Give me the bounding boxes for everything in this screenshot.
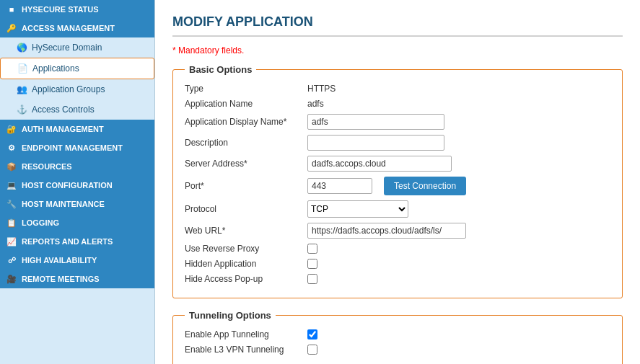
sidebar-item-hysecure-status[interactable]: ■ HYSECURE STATUS	[0, 0, 154, 19]
app-name-label: Application Name	[185, 99, 307, 109]
tunneling-options-fieldset: Tunneling Options Enable App Tunneling E…	[172, 310, 623, 364]
app-name-value: adfs	[307, 99, 324, 109]
sidebar-item-endpoint-management[interactable]: ⚙ ENDPOINT MANAGEMENT	[0, 138, 154, 157]
enable-app-tunneling-row: Enable App Tunneling	[185, 329, 610, 339]
hide-access-popup-label: Hide Access Pop-up	[185, 274, 307, 284]
port-row: Port* Test Connection	[185, 177, 610, 195]
app-name-row: Application Name adfs	[185, 99, 610, 109]
resources-icon: 📦	[6, 161, 17, 172]
sidebar-item-access-controls[interactable]: ⚓ Access Controls	[0, 99, 154, 120]
server-address-input[interactable]	[307, 156, 452, 172]
web-url-row: Web URL*	[185, 223, 610, 239]
enable-app-tunneling-checkbox[interactable]	[307, 329, 317, 339]
enable-l3-vpn-label: Enable L3 VPN Tunneling	[185, 345, 307, 355]
chart-icon: 📈	[6, 236, 17, 247]
sidebar: ■ HYSECURE STATUS 🔑 ACCESS MANAGEMENT 🌎 …	[0, 0, 155, 364]
sidebar-item-resources[interactable]: 📦 RESOURCES	[0, 157, 154, 176]
tunneling-options-legend: Tunneling Options	[185, 310, 276, 321]
description-label: Description	[185, 138, 307, 148]
anchor-icon: ⚓	[16, 104, 27, 115]
sidebar-item-logging[interactable]: 📋 LOGGING	[0, 213, 154, 232]
main-content: MODIFY APPLICATION * Mandatory fields. B…	[155, 0, 640, 364]
enable-app-tunneling-label: Enable App Tunneling	[185, 329, 307, 339]
sidebar-item-applications[interactable]: 📄 Applications	[0, 58, 154, 79]
port-label: Port*	[185, 181, 307, 191]
logging-icon: 📋	[6, 217, 17, 228]
hide-access-popup-row: Hide Access Pop-up	[185, 274, 610, 284]
port-input[interactable]	[307, 178, 372, 194]
enable-l3-vpn-checkbox[interactable]	[307, 345, 317, 355]
shield-icon: ■	[6, 4, 17, 15]
web-url-label: Web URL*	[185, 226, 307, 236]
server-address-label: Server Address*	[185, 159, 307, 169]
type-label: Type	[185, 84, 307, 94]
sidebar-item-remote-meetings[interactable]: 🎥 REMOTE MEETINGS	[0, 270, 154, 288]
description-row: Description	[185, 135, 610, 151]
sidebar-item-reports-alerts[interactable]: 📈 REPORTS AND ALERTS	[0, 232, 154, 251]
type-row: Type HTTPS	[185, 84, 610, 94]
use-reverse-proxy-checkbox[interactable]	[307, 244, 317, 254]
basic-options-legend: Basic Options	[185, 64, 256, 75]
hidden-application-label: Hidden Application	[185, 259, 307, 269]
sidebar-item-high-availability[interactable]: ☍ HIGH AVAILABILITY	[0, 251, 154, 270]
use-reverse-proxy-label: Use Reverse Proxy	[185, 244, 307, 254]
use-reverse-proxy-row: Use Reverse Proxy	[185, 244, 610, 254]
type-value: HTTPS	[307, 84, 336, 94]
hidden-application-checkbox[interactable]	[307, 259, 317, 269]
app-display-name-label: Application Display Name*	[185, 117, 307, 127]
sidebar-item-access-management[interactable]: 🔑 ACCESS MANAGEMENT	[0, 19, 154, 37]
sidebar-item-hysecure-domain[interactable]: 🌎 HySecure Domain	[0, 37, 154, 58]
group-icon: 👥	[16, 84, 27, 95]
app-display-name-input[interactable]	[307, 114, 444, 130]
protocol-select[interactable]: TCP UDP	[307, 200, 408, 218]
enable-l3-vpn-row: Enable L3 VPN Tunneling	[185, 345, 610, 355]
hidden-application-row: Hidden Application	[185, 259, 610, 269]
sidebar-item-host-configuration[interactable]: 💻 HOST CONFIGURATION	[0, 176, 154, 195]
ha-icon: ☍	[6, 254, 17, 266]
meeting-icon: 🎥	[6, 273, 17, 285]
sidebar-item-application-groups[interactable]: 👥 Application Groups	[0, 79, 154, 99]
app-display-name-row: Application Display Name*	[185, 114, 610, 130]
app-icon: 📄	[17, 63, 28, 74]
hide-access-popup-checkbox[interactable]	[307, 274, 317, 284]
key-icon: 🔑	[6, 22, 17, 34]
sidebar-item-host-maintenance[interactable]: 🔧 HOST MAINTENANCE	[0, 195, 154, 213]
protocol-label: Protocol	[185, 204, 307, 214]
maintenance-icon: 🔧	[6, 198, 17, 210]
sidebar-item-auth-management[interactable]: 🔐 AUTH MANAGEMENT	[0, 120, 154, 138]
protocol-row: Protocol TCP UDP	[185, 200, 610, 218]
auth-icon: 🔐	[6, 123, 17, 135]
globe-icon: 🌎	[16, 42, 27, 53]
mandatory-note: * Mandatory fields.	[172, 45, 623, 56]
web-url-input[interactable]	[307, 223, 466, 239]
page-title: MODIFY APPLICATION	[172, 14, 623, 37]
server-address-row: Server Address*	[185, 156, 610, 172]
host-config-icon: 💻	[6, 179, 17, 191]
test-connection-button[interactable]: Test Connection	[384, 177, 466, 195]
endpoint-icon: ⚙	[6, 142, 17, 154]
description-input[interactable]	[307, 135, 444, 151]
basic-options-fieldset: Basic Options Type HTTPS Application Nam…	[172, 64, 623, 298]
